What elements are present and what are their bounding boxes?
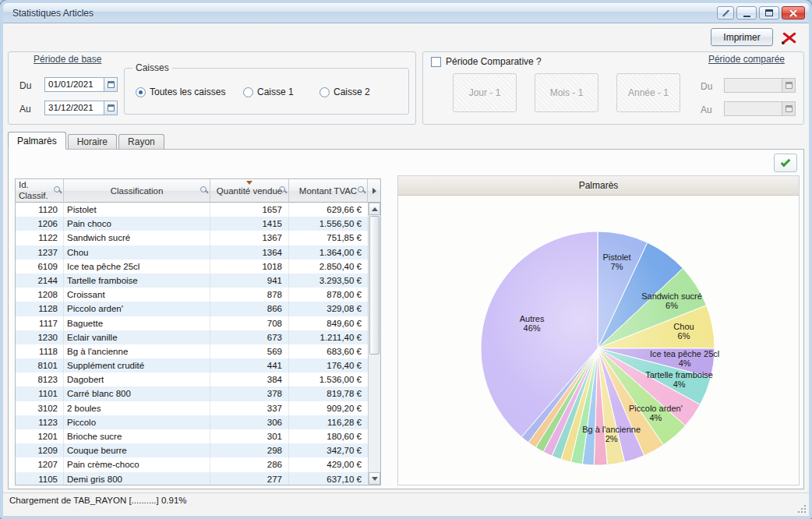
close-button[interactable] bbox=[782, 6, 805, 19]
day-minus-1-button[interactable]: Jour - 1 bbox=[453, 73, 517, 112]
cell-amt: 849,60 € bbox=[289, 316, 368, 330]
cell-name: Demi gris 800 bbox=[64, 472, 210, 485]
toolbar: Imprimer bbox=[3, 24, 809, 50]
print-button[interactable]: Imprimer bbox=[711, 28, 773, 46]
cell-id: 1230 bbox=[16, 330, 64, 344]
table-row[interactable]: 31022 boules337909,20 € bbox=[16, 401, 368, 415]
table-row[interactable]: 1122Sandwich sucré1367751,85 € bbox=[16, 231, 368, 245]
calendar-button[interactable] bbox=[104, 78, 117, 91]
cell-id: 1207 bbox=[16, 457, 64, 471]
cell-qty: 378 bbox=[210, 387, 289, 401]
cell-name: Ice tea pêche 25cl bbox=[64, 260, 210, 274]
table-row[interactable]: 1128Piccolo arden'866329,08 € bbox=[16, 302, 368, 316]
table-row[interactable]: 1105Demi gris 800277637,10 € bbox=[16, 472, 368, 485]
table-row[interactable]: 1207Pain crème-choco286429,00 € bbox=[16, 457, 368, 471]
cell-name: Brioche sucre bbox=[64, 429, 210, 443]
table-row[interactable]: 1230Eclair vanille6731.211,40 € bbox=[16, 330, 368, 344]
au-compared-label: Au bbox=[701, 104, 712, 115]
title-bar[interactable]: Statistiques Articles bbox=[3, 3, 809, 23]
column-header-quantite-vendue[interactable]: Quantité vendue bbox=[210, 179, 289, 203]
radio-label: Toutes les caisses bbox=[150, 86, 225, 97]
base-period-group: Période de base Du 01/01/2021 Au 31/12/2… bbox=[8, 51, 416, 125]
table-row[interactable]: 1206Pain choco14151.556,50 € bbox=[16, 217, 368, 231]
cell-amt: 1.536,00 € bbox=[289, 372, 368, 387]
table-row[interactable]: 1201Brioche sucre301180,60 € bbox=[16, 429, 368, 443]
table-row[interactable]: 1118Bg à l'ancienne569683,60 € bbox=[16, 344, 368, 358]
pen-button[interactable] bbox=[717, 6, 734, 19]
radio-caisse-2[interactable]: Caisse 2 bbox=[320, 86, 370, 97]
search-icon[interactable] bbox=[54, 186, 60, 192]
cell-qty: 708 bbox=[210, 316, 289, 330]
arrow-down-icon bbox=[372, 477, 378, 481]
cell-qty: 298 bbox=[210, 443, 289, 457]
year-minus-1-button[interactable]: Année - 1 bbox=[616, 73, 680, 112]
column-header-id-classif[interactable]: Id.Classif. bbox=[16, 179, 64, 203]
date-from-compared-value bbox=[725, 79, 782, 92]
radio-icon bbox=[136, 87, 146, 97]
column-header-montant-tvac[interactable]: Montant TVAC bbox=[289, 179, 368, 203]
column-header-more[interactable] bbox=[368, 179, 380, 203]
window-controls bbox=[717, 6, 805, 19]
checkbox-icon bbox=[431, 57, 441, 67]
tab-horaire[interactable]: Horaire bbox=[68, 134, 117, 150]
cell-amt: 909,20 € bbox=[289, 401, 368, 415]
table-row[interactable]: 1123Piccolo306116,28 € bbox=[16, 415, 368, 429]
table-row[interactable]: 1237Chou13641.364,00 € bbox=[16, 245, 368, 260]
cell-amt: 1.556,50 € bbox=[289, 217, 368, 231]
table-row[interactable]: 1208Croissant878878,00 € bbox=[16, 288, 368, 302]
date-to-compared-field[interactable] bbox=[724, 101, 796, 116]
date-to-value: 31/12/2021 bbox=[45, 101, 104, 115]
table-row[interactable]: 1120Pistolet1657629,66 € bbox=[16, 203, 368, 217]
cell-name: Sandwich sucré bbox=[64, 231, 210, 245]
table-row[interactable]: 8123Dagobert3841.536,00 € bbox=[16, 372, 368, 387]
date-to-field[interactable]: 31/12/2021 bbox=[44, 101, 118, 115]
column-header-classification[interactable]: Classification bbox=[64, 179, 210, 203]
cell-qty: 878 bbox=[210, 288, 289, 302]
cell-amt: 637,10 € bbox=[289, 472, 368, 485]
cell-qty: 569 bbox=[210, 344, 289, 358]
date-to-compared-value bbox=[725, 102, 782, 115]
maximize-button[interactable] bbox=[759, 6, 779, 19]
scroll-up-button[interactable] bbox=[369, 203, 380, 215]
cell-id: 1105 bbox=[16, 472, 64, 485]
search-icon[interactable] bbox=[200, 186, 207, 192]
table-row[interactable]: 2144Tartelle framboise9413.293,50 € bbox=[16, 274, 368, 288]
cell-id: 1120 bbox=[16, 203, 64, 217]
cell-qty: 1364 bbox=[210, 245, 289, 260]
date-from-compared-field[interactable] bbox=[724, 78, 796, 93]
cell-amt: 2.850,40 € bbox=[289, 260, 368, 274]
tab-palmares[interactable]: Palmarès bbox=[8, 132, 66, 150]
cell-amt: 342,70 € bbox=[289, 443, 368, 457]
minimize-icon bbox=[743, 16, 750, 17]
scrollbar-thumb[interactable] bbox=[369, 216, 380, 355]
table-row[interactable]: 1101Carré blanc 800378819,78 € bbox=[16, 387, 368, 401]
table-row[interactable]: 1117Baguette708849,60 € bbox=[16, 316, 368, 330]
month-minus-1-button[interactable]: Mois - 1 bbox=[535, 73, 598, 112]
cell-qty: 673 bbox=[210, 330, 289, 344]
validate-button[interactable] bbox=[774, 154, 797, 172]
cell-qty: 1018 bbox=[210, 260, 289, 274]
exit-button[interactable] bbox=[779, 28, 800, 46]
radio-toutes-les-caisses[interactable]: Toutes les caisses bbox=[136, 86, 225, 97]
minimize-button[interactable] bbox=[736, 6, 757, 19]
close-icon bbox=[789, 9, 798, 18]
radio-caisse-1[interactable]: Caisse 1 bbox=[243, 86, 294, 97]
calendar-button[interactable] bbox=[104, 101, 117, 115]
search-icon[interactable] bbox=[358, 186, 364, 192]
date-from-field[interactable]: 01/01/2021 bbox=[44, 77, 118, 92]
table-row[interactable]: 6109Ice tea pêche 25cl10182.850,40 € bbox=[16, 260, 368, 274]
scroll-down-button[interactable] bbox=[369, 472, 380, 485]
cell-qty: 941 bbox=[210, 274, 289, 288]
table-scrollbar[interactable] bbox=[368, 203, 380, 485]
table-row[interactable]: 1209Couque beurre298342,70 € bbox=[16, 443, 368, 457]
tab-rayon[interactable]: Rayon bbox=[118, 134, 164, 150]
resize-grip-icon[interactable] bbox=[796, 503, 807, 514]
date-from-value: 01/01/2021 bbox=[45, 78, 104, 91]
table-row[interactable]: 8101Supplément crudité441176,40 € bbox=[16, 358, 368, 372]
table-header: Id.Classif. Classification Quantité vend… bbox=[16, 179, 380, 203]
comparative-checkbox-row[interactable]: Période Comparative ? bbox=[431, 56, 542, 67]
cell-name: Piccolo bbox=[64, 415, 210, 429]
cell-name: Baguette bbox=[64, 316, 210, 330]
search-icon[interactable] bbox=[279, 186, 285, 192]
window-title: Statistiques Articles bbox=[12, 3, 94, 23]
